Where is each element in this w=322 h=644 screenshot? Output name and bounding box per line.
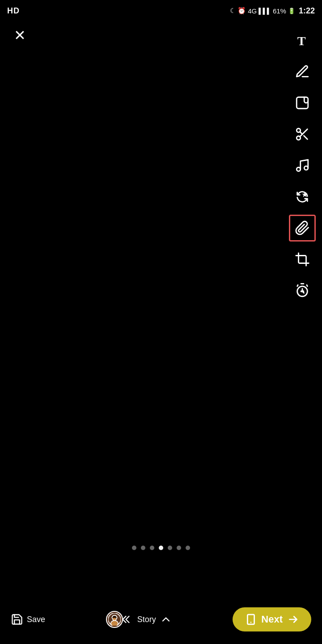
avatar-icon [108, 613, 121, 626]
right-toolbar: T [289, 27, 316, 304]
save-label: Save [27, 615, 45, 624]
bottom-bar: Save Story [0, 599, 322, 644]
svg-line-5 [304, 136, 307, 140]
status-right: ☾ ⏰ 4G ▌▌▌ 61% 🔋 1:22 [230, 6, 315, 16]
time-label: 1:22 [299, 6, 315, 16]
signal-icon: ▌▌▌ [258, 8, 271, 14]
timer-icon [295, 283, 310, 298]
next-label: Next [261, 614, 283, 625]
svg-text:T: T [297, 34, 306, 48]
story-chevron-icon [160, 613, 172, 626]
story-arrows-icon [121, 613, 134, 626]
close-icon: ✕ [14, 27, 26, 44]
alarm-icon: ⏰ [237, 7, 246, 15]
sticker-tool-button[interactable] [289, 89, 316, 116]
crop-icon [295, 252, 310, 267]
dot-2 [150, 546, 154, 550]
timer-tool-button[interactable] [289, 277, 316, 304]
link-icon [295, 220, 310, 236]
battery-icon: 🔋 [288, 8, 295, 14]
svg-point-13 [110, 620, 118, 626]
text-tool-button[interactable]: T [289, 27, 316, 54]
dot-0 [132, 546, 136, 550]
draw-icon [295, 64, 310, 79]
page-dots [0, 546, 322, 550]
story-avatar [106, 611, 123, 628]
save-icon [11, 613, 23, 626]
story-button[interactable]: Story [106, 611, 172, 628]
dot-4 [168, 546, 172, 550]
crop-tool-button[interactable] [289, 246, 316, 273]
dot-5 [177, 546, 181, 550]
close-button[interactable]: ✕ [9, 25, 30, 46]
dot-6 [186, 546, 190, 550]
story-label: Story [137, 615, 156, 624]
music-tool-button[interactable] [289, 152, 316, 179]
scissors-icon [295, 127, 310, 142]
scissors-tool-button[interactable] [289, 121, 316, 148]
effects-icon [295, 189, 310, 204]
text-icon: T [295, 33, 310, 48]
save-button[interactable]: Save [11, 613, 45, 626]
moon-icon: ☾ [230, 7, 236, 15]
next-send-icon [245, 614, 257, 625]
effects-tool-button[interactable] [289, 183, 316, 210]
svg-line-6 [300, 132, 302, 134]
dot-3 [159, 546, 163, 550]
network-icon: 4G [248, 7, 257, 15]
sticker-icon [295, 95, 310, 110]
draw-tool-button[interactable] [289, 58, 316, 85]
svg-point-7 [297, 167, 301, 171]
next-arrow-icon [287, 614, 299, 625]
dot-1 [141, 546, 145, 550]
next-button[interactable]: Next [233, 607, 311, 631]
link-tool-button[interactable] [289, 215, 316, 242]
svg-point-8 [304, 166, 308, 170]
music-icon [295, 158, 310, 173]
status-bar: HD ☾ ⏰ 4G ▌▌▌ 61% 🔋 1:22 [0, 0, 322, 21]
battery-label: 61% [273, 7, 286, 15]
hd-indicator: HD [7, 6, 20, 16]
